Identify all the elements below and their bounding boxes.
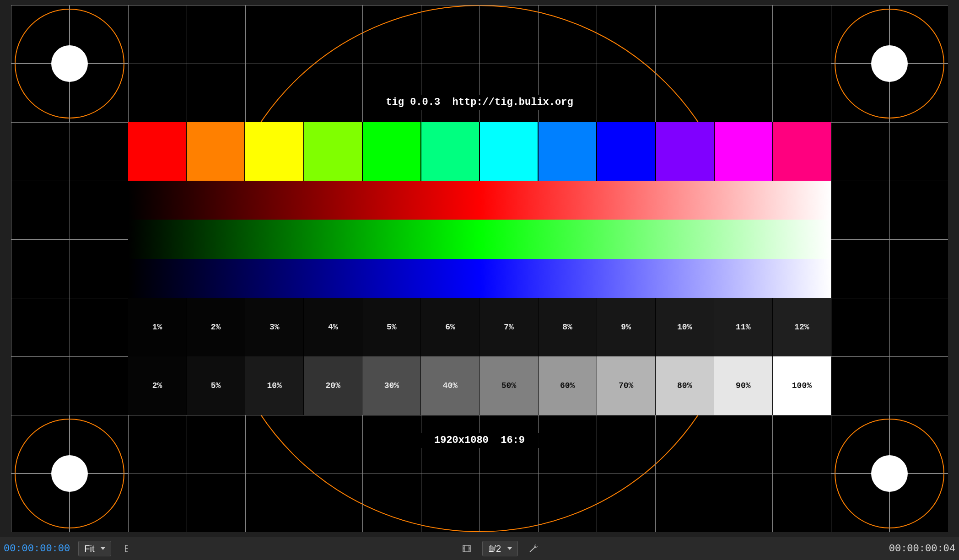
wrench-settings-icon[interactable] xyxy=(526,541,541,556)
gray-step-cell: 11% xyxy=(714,298,772,356)
zoom-dropdown[interactable]: Fit xyxy=(78,541,111,556)
gray-step-label: 6% xyxy=(421,323,479,332)
gray-step-label: 4% xyxy=(304,323,362,332)
gray-step-label: 11% xyxy=(714,323,772,332)
hue-swatch xyxy=(772,122,831,181)
corner-target-bottom-left xyxy=(11,415,128,532)
hue-swatch xyxy=(596,122,655,181)
gray-step-label: 20% xyxy=(304,381,362,390)
gray-step-label: 50% xyxy=(480,381,538,390)
hue-swatch xyxy=(420,122,479,181)
gray-step-label: 100% xyxy=(773,381,831,390)
gray-step-label: 80% xyxy=(656,381,714,390)
gray-step-label: 70% xyxy=(597,381,655,390)
gray-step-cell: 9% xyxy=(597,298,655,356)
gray-step-cell: 30% xyxy=(362,356,420,415)
hue-swatch xyxy=(362,122,420,181)
gray-step-cell: 2% xyxy=(128,356,186,415)
gray-step-label: 2% xyxy=(187,323,245,332)
corner-target-bottom-right xyxy=(831,415,948,532)
gray-step-cell: 10% xyxy=(245,356,303,415)
transport-controls xyxy=(459,541,500,556)
gray-step-label: 40% xyxy=(421,381,479,390)
hue-swatch xyxy=(303,122,362,181)
chevron-down-icon xyxy=(507,547,512,550)
gray-step-cell: 40% xyxy=(420,356,479,415)
gray-step-label: 60% xyxy=(539,381,597,390)
gray-step-cell: 60% xyxy=(538,356,597,415)
hue-swatch xyxy=(244,122,303,181)
chevron-down-icon xyxy=(101,547,105,550)
zoom-dropdown-label: Fit xyxy=(84,544,94,554)
hue-swatch xyxy=(128,122,186,181)
gray-step-cell: 12% xyxy=(772,298,831,356)
gray-step-cell: 4% xyxy=(303,298,362,356)
gray-step-label: 1% xyxy=(128,323,186,332)
hue-swatch xyxy=(186,122,244,181)
gray-step-cell: 80% xyxy=(655,356,714,415)
gray-step-cell: 7% xyxy=(479,298,538,356)
rgb-gradient-block xyxy=(128,181,831,298)
gray-step-label: 8% xyxy=(539,323,597,332)
gray-step-cell: 6% xyxy=(420,298,479,356)
skip-forward-icon[interactable] xyxy=(485,541,500,556)
gray-step-label: 12% xyxy=(773,323,831,332)
gray-step-label: 5% xyxy=(187,381,245,390)
corner-target-top-right xyxy=(831,5,948,122)
gray-step-label: 10% xyxy=(245,381,303,390)
red-gradient-strip xyxy=(128,181,831,220)
gray-step-label: 5% xyxy=(362,323,420,332)
card-title-text: tig 0.0.3 http://tig.bulix.org xyxy=(372,95,587,110)
gray-step-cell: 5% xyxy=(186,356,245,415)
green-gradient-strip xyxy=(128,220,831,258)
gray-step-cell: 70% xyxy=(597,356,655,415)
gray-step-cell: 3% xyxy=(245,298,303,356)
hue-swatch xyxy=(655,122,714,181)
test-card-image: tig 0.0.3 http://tig.bulix.org 1920x1080… xyxy=(11,5,948,532)
gray-step-cell: 8% xyxy=(538,298,597,356)
status-bar: 00:00:00:00 Fit 1/2 xyxy=(0,537,959,560)
gray-step-cell: 1% xyxy=(128,298,186,356)
filmstrip-icon[interactable] xyxy=(459,541,474,556)
card-content-band: 1%2%3%4%5%6%7%8%9%10%11%12% 2%5%10%20%30… xyxy=(128,122,831,415)
gray-step-cell: 100% xyxy=(772,356,831,415)
low-gray-step-row: 1%2%3%4%5%6%7%8%9%10%11%12% xyxy=(128,298,831,356)
timecode-out[interactable]: 00:00:00:04 xyxy=(889,543,955,555)
bracket-in-button[interactable] xyxy=(119,541,134,556)
hue-swatch xyxy=(479,122,538,181)
gray-step-cell: 10% xyxy=(655,298,714,356)
gray-step-label: 3% xyxy=(245,323,303,332)
gray-step-cell: 5% xyxy=(362,298,420,356)
gray-step-label: 2% xyxy=(128,381,186,390)
hue-swatch-row xyxy=(128,122,831,181)
full-gray-step-row: 2%5%10%20%30%40%50%60%70%80%90%100% xyxy=(128,356,831,415)
viewer-panel[interactable]: tig 0.0.3 http://tig.bulix.org 1920x1080… xyxy=(0,0,959,537)
gray-step-cell: 2% xyxy=(186,298,245,356)
gray-step-label: 30% xyxy=(362,381,420,390)
gray-step-label: 90% xyxy=(714,381,772,390)
card-resolution-text: 1920x1080 16:9 xyxy=(420,433,539,448)
hue-swatch xyxy=(538,122,596,181)
gray-step-cell: 20% xyxy=(303,356,362,415)
blue-gradient-strip xyxy=(128,259,831,298)
gray-step-label: 7% xyxy=(480,323,538,332)
corner-target-top-left xyxy=(11,5,128,122)
gray-step-cell: 90% xyxy=(714,356,772,415)
gray-step-label: 9% xyxy=(597,323,655,332)
hue-swatch xyxy=(714,122,772,181)
gray-step-label: 10% xyxy=(656,323,714,332)
gray-step-cell: 50% xyxy=(479,356,538,415)
timecode-in[interactable]: 00:00:00:00 xyxy=(4,543,70,555)
